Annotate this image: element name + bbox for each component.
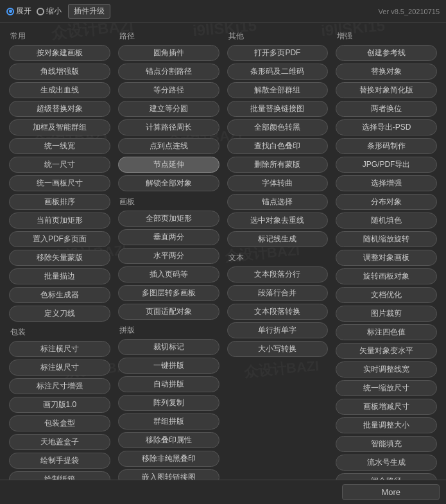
btn-text-4[interactable]: 大小写转换 — [227, 341, 329, 357]
btn-other-5[interactable]: 查找白色叠印 — [227, 138, 329, 154]
btn-common-5[interactable]: 统一线宽 — [9, 138, 110, 154]
btn-common-8[interactable]: 画板排序 — [9, 194, 110, 210]
btn-typesetting-4[interactable]: 群组拼版 — [118, 413, 219, 430]
btn-enhance-6[interactable]: JPG/PDF导出 — [336, 157, 437, 173]
btn-other-7[interactable]: 字体转曲 — [227, 175, 329, 191]
btn-other-1[interactable]: 条形码及二维码 — [227, 64, 329, 80]
section-text-title: 文本 — [227, 252, 329, 263]
btn-canvas-3[interactable]: 插入页码等 — [118, 266, 219, 282]
btn-common-11[interactable]: 移除矢量蒙版 — [9, 250, 110, 266]
btn-enhance-21[interactable]: 智能填充 — [336, 436, 437, 452]
btn-common-7[interactable]: 统一画板尺寸 — [9, 175, 110, 191]
btn-canvas-5[interactable]: 页面适配对象 — [118, 304, 219, 320]
btn-common-1[interactable]: 角线增强版 — [9, 64, 110, 80]
btn-other-0[interactable]: 打开多页PDF — [227, 45, 329, 61]
btn-enhance-12[interactable]: 旋转画板对象 — [336, 268, 437, 284]
btn-enhance-3[interactable]: 两者换位 — [336, 101, 437, 117]
btn-path-5[interactable]: 点到点连线 — [118, 138, 219, 154]
btn-enhance-10[interactable]: 随机缩放旋转 — [336, 231, 437, 247]
btn-common-10[interactable]: 置入PDF多页面 — [9, 231, 110, 247]
btn-canvas-0[interactable]: 全部页加矩形 — [118, 211, 219, 227]
btn-enhance-20[interactable]: 批量调整大小 — [336, 417, 437, 433]
radio-expand[interactable]: 展开 — [6, 6, 31, 17]
btn-text-0[interactable]: 文本段落分行 — [227, 266, 329, 282]
section-col3: 其他 打开多页PDF条形码及二维码解散全部群组批量替换链接图全部颜色转黑查找白色… — [223, 28, 332, 492]
canvas-btn-list: 全部页加矩形垂直两分水平两分插入页码等多图层转多画板页面适配对象 — [118, 211, 219, 320]
radio-expand-label: 展开 — [16, 6, 31, 17]
btn-typesetting-3[interactable]: 阵列复制 — [118, 395, 219, 411]
btn-other-9[interactable]: 选中对象去重线 — [227, 213, 329, 229]
top-bar: 展开 缩小 插件升级 Ver v8.5_20210715 — [0, 0, 446, 23]
btn-packaging-2[interactable]: 标注尺寸增强 — [9, 378, 110, 394]
btn-packaging-5[interactable]: 天地盖盒子 — [9, 434, 110, 450]
section-path-title: 路径 — [118, 31, 219, 42]
btn-canvas-1[interactable]: 垂直两分 — [118, 229, 219, 245]
btn-other-8[interactable]: 锚点选择 — [227, 194, 329, 210]
section-enhance: 增强 创建参考线替换对象替换对象简化版两者换位选择导出-PSD条形码制作JPG/… — [332, 28, 441, 492]
btn-enhance-8[interactable]: 分布对象 — [336, 194, 437, 210]
btn-packaging-1[interactable]: 标注纵尺寸 — [9, 360, 110, 376]
btn-enhance-22[interactable]: 流水号生成 — [336, 455, 437, 471]
version-text: Ver v8.5_20210715 — [379, 8, 440, 15]
btn-common-0[interactable]: 按对象建画板 — [9, 45, 110, 61]
btn-common-13[interactable]: 色标生成器 — [9, 287, 110, 303]
section-common-title: 常用 — [9, 31, 110, 42]
radio-shrink[interactable]: 缩小 — [37, 6, 62, 17]
btn-packaging-3[interactable]: 画刀版1.0 — [9, 397, 110, 413]
btn-enhance-17[interactable]: 实时调整线宽 — [336, 361, 437, 378]
btn-enhance-11[interactable]: 调整对象画板 — [336, 250, 437, 266]
btn-common-2[interactable]: 生成出血线 — [9, 82, 110, 98]
btn-enhance-16[interactable]: 矢量对象变水平 — [336, 343, 437, 359]
btn-other-10[interactable]: 标记线生成 — [227, 231, 329, 247]
btn-typesetting-0[interactable]: 裁切标记 — [118, 339, 219, 355]
btn-path-3[interactable]: 建立等分圆 — [118, 101, 219, 117]
btn-canvas-4[interactable]: 多图层转多画板 — [118, 285, 219, 301]
btn-other-3[interactable]: 批量替换链接图 — [227, 101, 329, 117]
top-bar-left: 展开 缩小 插件升级 — [6, 4, 110, 19]
btn-enhance-9[interactable]: 随机填色 — [336, 213, 437, 229]
btn-text-1[interactable]: 段落行合并 — [227, 285, 329, 301]
btn-canvas-2[interactable]: 水平两分 — [118, 248, 219, 264]
btn-enhance-14[interactable]: 图片裁剪 — [336, 306, 437, 322]
btn-path-0[interactable]: 圆角插件 — [118, 45, 219, 61]
btn-other-6[interactable]: 删除所有蒙版 — [227, 157, 329, 173]
btn-enhance-13[interactable]: 文档优化 — [336, 287, 437, 303]
section-typesetting-title: 拼版 — [118, 325, 219, 336]
section-common: 常用 按对象建画板角线增强版生成出血线超级替换对象加框及智能群组统一线宽统一尺寸… — [5, 28, 114, 492]
btn-common-9[interactable]: 当前页加矩形 — [9, 213, 110, 229]
btn-path-4[interactable]: 计算路径周长 — [118, 119, 219, 135]
btn-enhance-4[interactable]: 选择导出-PSD — [336, 119, 437, 135]
btn-typesetting-1[interactable]: 一键拼版 — [118, 358, 219, 374]
btn-typesetting-6[interactable]: 移除非纯黑叠印 — [118, 451, 219, 467]
btn-common-14[interactable]: 定义刀线 — [9, 306, 110, 322]
btn-packaging-6[interactable]: 绘制手提袋 — [9, 453, 110, 469]
btn-other-4[interactable]: 全部颜色转黑 — [227, 119, 329, 135]
btn-enhance-5[interactable]: 条形码制作 — [336, 138, 437, 154]
btn-enhance-2[interactable]: 替换对象简化版 — [336, 82, 437, 98]
btn-common-6[interactable]: 统一尺寸 — [9, 157, 110, 173]
section-col2: 路径 圆角插件锚点分割路径等分路径建立等分圆计算路径周长点到点连线节点延伸解锁全… — [114, 28, 223, 492]
btn-enhance-7[interactable]: 选择增强 — [336, 175, 437, 191]
btn-common-3[interactable]: 超级替换对象 — [9, 101, 110, 117]
btn-typesetting-2[interactable]: 自动拼版 — [118, 376, 219, 392]
btn-enhance-0[interactable]: 创建参考线 — [336, 45, 437, 61]
btn-path-1[interactable]: 锚点分割路径 — [118, 64, 219, 80]
btn-text-2[interactable]: 文本段落转换 — [227, 304, 329, 320]
btn-packaging-0[interactable]: 标注横尺寸 — [9, 341, 110, 357]
btn-typesetting-5[interactable]: 移除叠印属性 — [118, 432, 219, 448]
btn-enhance-18[interactable]: 统一缩放尺寸 — [336, 380, 437, 396]
btn-text-3[interactable]: 单行折单字 — [227, 322, 329, 338]
btn-path-6[interactable]: 节点延伸 — [118, 157, 219, 173]
btn-other-2[interactable]: 解散全部群组 — [227, 82, 329, 98]
btn-enhance-19[interactable]: 画板增减尺寸 — [336, 399, 437, 415]
radio-shrink-label: 缩小 — [46, 6, 62, 17]
btn-enhance-15[interactable]: 标注四色值 — [336, 324, 437, 340]
btn-common-4[interactable]: 加框及智能群组 — [9, 119, 110, 135]
btn-packaging-4[interactable]: 包装盒型 — [9, 415, 110, 431]
more-button[interactable]: More — [342, 484, 440, 500]
btn-common-12[interactable]: 批量描边 — [9, 268, 110, 284]
plugin-upgrade-button[interactable]: 插件升级 — [68, 4, 110, 19]
btn-path-2[interactable]: 等分路径 — [118, 82, 219, 98]
btn-enhance-1[interactable]: 替换对象 — [336, 64, 437, 80]
btn-path-7[interactable]: 解锁全部对象 — [118, 175, 219, 191]
